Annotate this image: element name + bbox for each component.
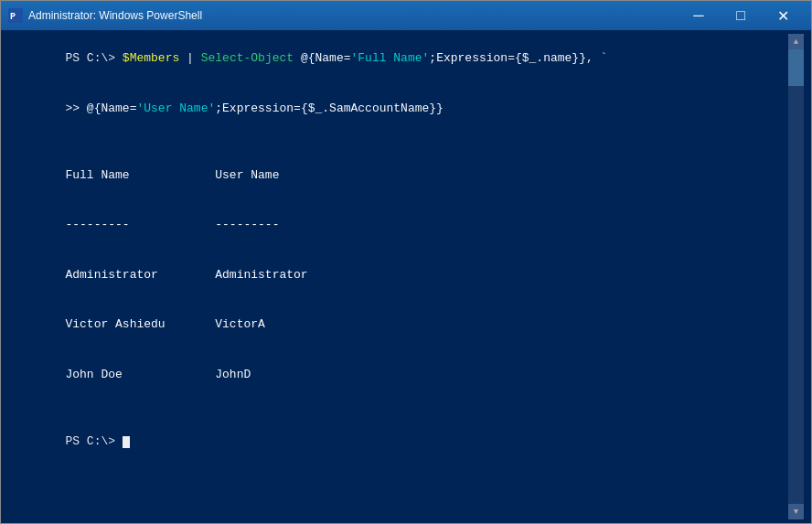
table-row: John Doe JohnD <box>8 350 788 401</box>
table-row: Victor Ashiedu VictorA <box>8 300 788 350</box>
cursor-blink <box>123 436 130 448</box>
prompt-text: PS C:\> <box>65 51 122 65</box>
select-object-cmd: Select-Object <box>201 51 294 65</box>
terminal-line: PS C:\> $Members | Select-Object @{Name=… <box>8 34 788 84</box>
table-row: Administrator Administrator <box>8 250 788 300</box>
var-members: $Members <box>123 51 179 65</box>
powershell-window: P Administrator: Windows PowerShell ─ □ … <box>0 0 812 524</box>
title-bar: P Administrator: Windows PowerShell ─ □ … <box>1 1 811 30</box>
terminal-prompt-line: PS C:\> <box>8 416 788 466</box>
scrollbar-thumb[interactable] <box>788 49 804 86</box>
close-button[interactable]: ✕ <box>762 1 804 30</box>
terminal-content: PS C:\> $Members | Select-Object @{Name=… <box>8 34 788 519</box>
current-prompt: PS C:\> <box>65 434 122 448</box>
app-icon: P <box>8 8 23 23</box>
terminal-blank-line <box>8 400 788 416</box>
table-separator: --------- --------- <box>8 200 788 251</box>
minimize-button[interactable]: ─ <box>678 1 720 30</box>
window-controls: ─ □ ✕ <box>678 1 804 30</box>
maximize-button[interactable]: □ <box>720 1 762 30</box>
vertical-scrollbar[interactable]: ▲ ▼ <box>788 34 804 519</box>
scroll-up-arrow[interactable]: ▲ <box>788 34 804 49</box>
terminal-body[interactable]: PS C:\> $Members | Select-Object @{Name=… <box>1 30 811 523</box>
terminal-blank-line <box>8 134 788 150</box>
scroll-down-arrow[interactable]: ▼ <box>788 504 804 519</box>
terminal-line: >> @{Name='User Name';Expression={$_.Sam… <box>8 84 788 134</box>
svg-text:P: P <box>10 12 16 22</box>
scrollbar-track[interactable] <box>788 49 804 504</box>
table-header: Full Name User Name <box>8 150 788 200</box>
window-title: Administrator: Windows PowerShell <box>28 9 678 22</box>
